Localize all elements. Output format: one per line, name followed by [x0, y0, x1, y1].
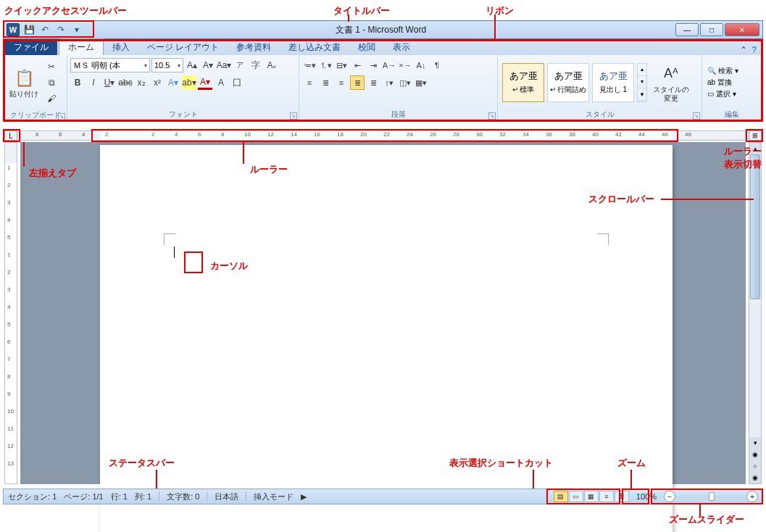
enclose-char-icon[interactable]: 字	[249, 58, 263, 72]
status-col[interactable]: 列: 1	[135, 491, 151, 502]
style-gallery-expand-icon[interactable]: ▼	[638, 88, 646, 101]
style-scroll-up-icon[interactable]: ▴	[638, 64, 646, 76]
grow-font-icon[interactable]: A▴	[185, 58, 199, 72]
vertical-scrollbar[interactable]: ▴ ▾ ◉ ○ ◉	[749, 142, 762, 484]
style-nospace[interactable]: あア亜 ↵ 行間詰め	[547, 63, 589, 102]
paragraph-launcher-icon[interactable]: ↘	[488, 112, 496, 120]
status-lang[interactable]: 日本語	[215, 491, 238, 502]
style-scroll-down-icon[interactable]: ▾	[638, 76, 646, 88]
text-effects-icon[interactable]: A▾	[166, 75, 180, 90]
view-web-icon[interactable]: ▦	[584, 491, 599, 502]
ruler-toggle-button[interactable]: ⊞	[749, 130, 762, 141]
italic-button[interactable]: I	[86, 75, 101, 90]
document-page[interactable]	[100, 145, 673, 532]
change-styles-button[interactable]: Aᴬ スタイルの 変更	[650, 61, 692, 104]
tab-insert[interactable]: 挿入	[104, 39, 138, 55]
scroll-down-icon[interactable]: ▾	[749, 437, 761, 449]
multilevel-icon[interactable]: ⊟▾	[334, 58, 349, 72]
char-border-icon[interactable]: 囗	[230, 75, 244, 90]
find-button[interactable]: 🔍検索▾	[707, 66, 738, 76]
align-right-icon[interactable]: ≡	[334, 75, 349, 90]
char-shading-icon[interactable]: A	[214, 75, 228, 90]
clear-format-icon[interactable]: Aₓ	[265, 58, 279, 72]
borders-icon[interactable]: ▦▾	[414, 75, 428, 90]
status-words[interactable]: 文字数: 0	[167, 491, 199, 502]
style-normal[interactable]: あア亜 ↵ 標準	[502, 63, 544, 102]
minimize-button[interactable]: —	[675, 23, 699, 36]
styles-launcher-icon[interactable]: ↘	[693, 112, 700, 120]
superscript-button[interactable]: x²	[150, 75, 165, 90]
maximize-button[interactable]: □	[700, 23, 723, 36]
tab-selector[interactable]: L	[4, 130, 17, 141]
close-button[interactable]: ✕	[725, 23, 759, 36]
rtl-icon[interactable]: ×→	[398, 58, 412, 72]
zoom-in-button[interactable]: +	[746, 491, 758, 502]
sort-icon[interactable]: A↓	[414, 58, 428, 72]
tab-references[interactable]: 参考資料	[228, 39, 280, 55]
shading-icon[interactable]: ◫▾	[398, 75, 412, 90]
font-launcher-icon[interactable]: ↘	[290, 112, 297, 120]
font-size-combo[interactable]: 10.5	[151, 58, 183, 72]
format-painter-icon[interactable]: 🖌	[44, 91, 59, 106]
next-page-icon[interactable]: ◉	[749, 472, 761, 483]
distribute-icon[interactable]: ≣	[366, 75, 380, 90]
status-section[interactable]: セクション: 1	[8, 491, 57, 502]
tab-mailings[interactable]: 差し込み文書	[280, 39, 349, 55]
zoom-out-button[interactable]: −	[664, 491, 675, 502]
select-button[interactable]: ▭選択▾	[707, 89, 738, 99]
view-fullscreen-icon[interactable]: ▭	[569, 491, 583, 502]
word-app-icon[interactable]: W	[7, 23, 20, 36]
show-marks-icon[interactable]: ¶	[430, 58, 444, 72]
ltr-icon[interactable]: A→	[382, 58, 396, 72]
tab-layout[interactable]: ページ レイアウト	[138, 39, 228, 55]
numbering-icon[interactable]: ⒈▾	[318, 58, 333, 72]
vertical-ruler[interactable]: 1234512345678910111213	[4, 142, 17, 484]
align-left-icon[interactable]: ≡	[302, 75, 317, 90]
zoom-thumb[interactable]	[709, 492, 715, 501]
replace-button[interactable]: ab置換	[707, 78, 738, 88]
status-mode[interactable]: 挿入モード	[254, 491, 294, 502]
strike-button[interactable]: abc	[118, 75, 133, 90]
align-center-icon[interactable]: ≣	[318, 75, 333, 90]
undo-icon[interactable]: ↶	[38, 23, 51, 36]
browse-object-icon[interactable]: ○	[749, 460, 761, 472]
change-case-icon[interactable]: Aa▾	[217, 58, 231, 72]
status-line[interactable]: 行: 1	[111, 491, 128, 502]
minimize-ribbon-icon[interactable]: ⌃	[740, 45, 747, 55]
tab-review[interactable]: 校閲	[349, 39, 384, 55]
copy-icon[interactable]: ⧉	[44, 75, 59, 90]
font-color-icon[interactable]: A▾	[198, 75, 212, 90]
zoom-track[interactable]	[678, 495, 744, 498]
font-name-combo[interactable]: ＭＳ 明朝 (本	[70, 58, 150, 72]
tab-file[interactable]: ファイル	[5, 39, 57, 55]
style-heading1[interactable]: あア亜 見出し 1	[592, 63, 634, 102]
decrease-indent-icon[interactable]: ⇤	[350, 58, 365, 72]
tab-view[interactable]: 表示	[384, 39, 419, 55]
bold-button[interactable]: B	[70, 75, 85, 90]
subscript-button[interactable]: x₂	[134, 75, 149, 90]
scroll-up-icon[interactable]: ▴	[749, 143, 761, 154]
redo-icon[interactable]: ↷	[54, 23, 67, 36]
view-draft-icon[interactable]: ≣	[615, 491, 629, 502]
status-macro-icon[interactable]: ▶	[301, 492, 307, 502]
tab-home[interactable]: ホーム	[59, 38, 104, 55]
highlight-icon[interactable]: ab▾	[182, 75, 196, 90]
clipboard-launcher-icon[interactable]: ↘	[58, 113, 65, 120]
bullets-icon[interactable]: ≔▾	[302, 58, 317, 72]
paste-button[interactable]: 📋 貼り付け	[7, 65, 41, 100]
cut-icon[interactable]: ✂	[44, 59, 59, 74]
shrink-font-icon[interactable]: A▾	[201, 58, 215, 72]
prev-page-icon[interactable]: ◉	[749, 449, 761, 460]
help-icon[interactable]: ?	[752, 45, 757, 55]
justify-icon[interactable]: ≣	[350, 75, 365, 90]
save-icon[interactable]: 💾	[22, 23, 36, 36]
qat-customize-icon[interactable]: ▾	[70, 23, 83, 36]
view-outline-icon[interactable]: ≡	[599, 491, 614, 502]
increase-indent-icon[interactable]: ⇥	[366, 58, 380, 72]
view-print-layout-icon[interactable]: ▤	[554, 491, 568, 502]
phonetic-icon[interactable]: ア	[233, 58, 247, 72]
scroll-thumb[interactable]	[750, 154, 760, 299]
scroll-track[interactable]	[749, 154, 761, 437]
line-spacing-icon[interactable]: ↕▾	[382, 75, 396, 90]
zoom-percent[interactable]: 100%	[636, 492, 657, 501]
